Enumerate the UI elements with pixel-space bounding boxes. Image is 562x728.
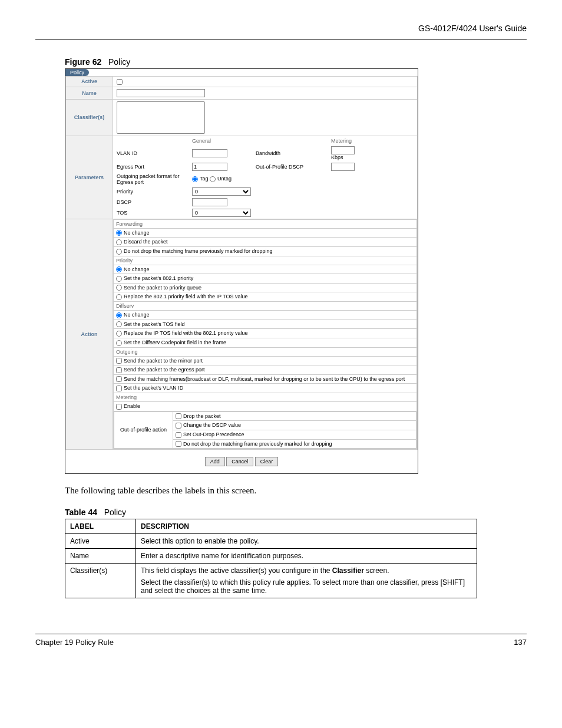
forwarding-header: Forwarding [114,219,417,228]
vlan-id-label: VLAN ID [117,150,187,156]
ds-settos-label: Set the packet's TOS field [124,321,184,327]
fwd-donotdrop-label: Do not drop the matching frame previousl… [124,248,273,254]
pri-nochange-label: No change [124,266,150,272]
table-label: Table 44 [65,508,97,517]
footer-chapter: Chapter 19 Policy Rule [35,638,114,647]
name-input[interactable] [117,89,205,97]
oop-change-label: Change the DSCP value [183,422,241,428]
outgoing-fmt-label: Outgoing packet format for Egress port [117,173,187,185]
priority-label: Priority [117,189,187,195]
oop-change-checkbox[interactable] [176,423,181,429]
policy-tab: Policy [65,69,89,76]
out-profile-dscp-label: Out-of-Profile DSCP [256,164,326,170]
figure-label: Figure 62 [65,57,101,67]
classifiers-label: Classifier(s) [66,99,113,136]
classifiers-select[interactable] [117,101,205,134]
out-egress-label: Send the packet to the egress port [124,367,205,373]
active-checkbox[interactable] [117,79,123,85]
egress-port-label: Egress Port [117,164,187,170]
oop-drop-label: Drop the packet [183,413,221,419]
oop-donotdrop-checkbox[interactable] [176,441,181,447]
pri-sendqueue-label: Send the packet to priority queue [124,285,201,291]
pri-set8021-radio[interactable] [116,276,122,282]
tos-select[interactable]: 0 [192,209,251,217]
cancel-button[interactable]: Cancel [226,457,253,466]
bandwidth-input[interactable] [331,146,355,154]
outgoing-header: Outgoing [114,347,417,356]
button-row: Add Cancel Clear [65,450,418,473]
row-desc: Enter a descriptive name for identificat… [136,549,477,564]
table-row: Name Enter a descriptive name for identi… [65,549,477,564]
pri-replace-label: Replace the 802.1 priority field with th… [124,294,248,299]
ds-replace-radio[interactable] [116,331,122,337]
out-setvlan-checkbox[interactable] [116,386,122,391]
fwd-discard-radio[interactable] [116,239,122,245]
out-mirror-checkbox[interactable] [116,358,122,364]
oop-label: Out-of-profile action [114,411,173,449]
fwd-nochange-radio[interactable] [116,230,122,236]
table-row: Classifier(s) This field displays the ac… [65,564,477,598]
policy-form-table: Active Name Classifier(s) Parameters Gen… [65,76,418,450]
parameters-label: Parameters [66,136,113,219]
action-cell: Forwarding No change Discard the packet … [113,219,418,450]
egress-port-input[interactable] [192,163,227,171]
clear-button[interactable]: Clear [255,457,279,466]
page-header: GS-4012F/4024 User's Guide [35,24,527,39]
tag-radio[interactable] [192,176,198,182]
oop-donotdrop-label: Do not drop the matching frame previousl… [183,441,332,447]
guide-title: GS-4012F/4024 User's Guide [418,24,527,33]
fwd-nochange-label: No change [124,230,150,236]
policy-screenshot: Policy Active Name Classifier(s) Paramet… [65,68,418,474]
row-desc: This field displays the active classifie… [136,564,477,598]
add-button[interactable]: Add [205,457,225,466]
oop-setprec-checkbox[interactable] [176,432,181,438]
table-row: Active Select this option to enable the … [65,534,477,549]
met-enable-label: Enable [124,403,140,409]
ds-setcp-radio[interactable] [116,340,122,346]
fwd-donotdrop-radio[interactable] [116,249,122,255]
oop-drop-checkbox[interactable] [176,413,181,419]
kbps-label: Kbps [331,154,343,160]
row-label: Name [65,549,136,564]
fwd-discard-label: Discard the packet [124,239,168,245]
metering-header: Metering [331,138,366,144]
diffserv-header: Diffserv [114,302,417,311]
row-label: Active [65,534,136,549]
pri-replace-radio[interactable] [116,294,122,300]
table-title: Policy [104,508,126,517]
met-enable-checkbox[interactable] [116,404,122,410]
priority-header: Priority [114,256,417,265]
dscp-label: DSCP [117,199,187,205]
ds-nochange-label: No change [124,312,150,318]
figure-caption: Figure 62 Policy [65,57,527,67]
row-desc: Select this option to enable the policy. [136,534,477,549]
ds-setcp-label: Set the Diffserv Codepoint field in the … [124,340,226,345]
page-footer: Chapter 19 Policy Rule 137 [35,634,527,647]
ds-settos-radio[interactable] [116,321,122,327]
row-label: Classifier(s) [65,564,136,598]
vlan-id-input[interactable] [192,149,227,157]
pri-nochange-radio[interactable] [116,266,122,272]
bandwidth-label: Bandwidth [256,150,326,156]
dscp-input[interactable] [192,198,227,206]
th-desc: DESCRIPTION [136,519,477,534]
out-profile-dscp-input[interactable] [331,163,355,171]
untag-label: Untag [217,176,232,182]
out-mirror-label: Send the packet to the mirror port [124,358,203,364]
priority-select[interactable]: 0 [192,187,251,196]
untag-radio[interactable] [210,176,216,182]
ds-nochange-radio[interactable] [116,312,122,318]
out-matching-checkbox[interactable] [116,376,122,382]
intro-paragraph: The following table describes the labels… [65,486,527,496]
pri-sendqueue-radio[interactable] [116,285,122,291]
parameters-cell: General Metering VLAN ID Bandwidth Kbps … [113,136,418,219]
pri-set8021-label: Set the packet's 802.1 priority [124,275,193,281]
tos-label: TOS [117,210,187,216]
footer-page: 137 [514,638,527,647]
th-label: LABEL [65,519,136,534]
out-setvlan-label: Set the packet's VLAN ID [124,385,183,391]
figure-title: Policy [108,57,130,67]
action-label: Action [66,219,113,450]
out-matching-label: Send the matching frames(broadcast or DL… [124,376,405,382]
out-egress-checkbox[interactable] [116,367,122,373]
